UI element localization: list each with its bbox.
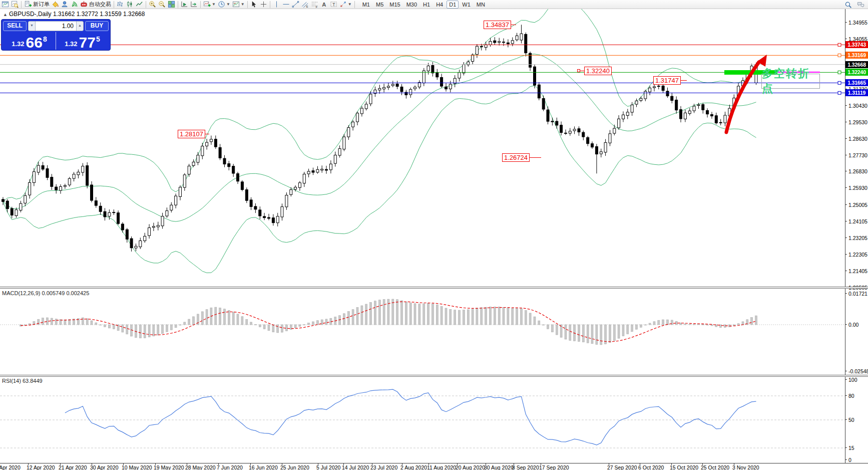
price-level-badge: 1.33169 <box>845 52 868 59</box>
text-label-button[interactable] <box>329 0 338 9</box>
volume-up-button[interactable]: ▲ <box>76 21 84 31</box>
chart-shift-icon <box>190 1 198 8</box>
timeframe-m30-button[interactable]: M30 <box>404 1 419 9</box>
community-icon <box>857 1 864 9</box>
macd-tick-label: 0.00 <box>846 322 858 328</box>
date-tick <box>402 463 402 465</box>
sell-button[interactable]: SELL <box>3 21 27 31</box>
date-label: 25 Jun 2020 <box>280 464 309 470</box>
buy-price[interactable]: 1.32 77 5 <box>56 32 109 50</box>
sell-price-pip: 8 <box>43 36 47 43</box>
price-tick-label: 1.25005 <box>846 202 867 208</box>
date-tick <box>28 463 29 465</box>
trendline-button[interactable] <box>291 0 300 9</box>
timeframe-m15-button[interactable]: M15 <box>387 1 402 9</box>
sell-price[interactable]: 1.32 66 8 <box>3 32 56 50</box>
buy-button[interactable]: BUY <box>85 21 109 31</box>
charts-window-button[interactable] <box>1 0 10 9</box>
chart-shift-button[interactable] <box>189 0 199 9</box>
price-tick-label: 1.23205 <box>846 235 867 241</box>
templates-button[interactable]: ▼ <box>231 0 246 9</box>
bar-chart-mode-button[interactable] <box>116 0 125 9</box>
date-label: 27 Sep 2020 <box>607 464 637 470</box>
panel-splitter-macd[interactable] <box>0 287 868 289</box>
styles-bucket-button[interactable] <box>51 0 60 9</box>
arrows-button[interactable]: ▼ <box>338 0 353 9</box>
toolbar-separator <box>247 1 248 8</box>
toolbar-separator <box>200 1 201 8</box>
cursor-button[interactable] <box>249 0 259 9</box>
price-tick-label: 1.26830 <box>846 168 867 174</box>
timeframe-m5-button[interactable]: M5 <box>373 1 386 9</box>
community-button[interactable] <box>856 1 865 9</box>
fibonacci-button[interactable] <box>310 0 319 9</box>
search-button[interactable] <box>843 1 853 9</box>
volume-input[interactable]: 1.00 <box>36 21 76 31</box>
timeframe-m1-button[interactable]: M1 <box>360 1 372 9</box>
auto-trading-button[interactable]: 自动交易 <box>79 0 112 9</box>
rsi-panel[interactable] <box>0 377 845 463</box>
sell-price-main: 66 <box>26 37 43 49</box>
line-chart-mode-button[interactable] <box>135 0 144 9</box>
text-button[interactable] <box>319 0 329 9</box>
date-label: 8 Sep 2020 <box>512 464 539 470</box>
timeframe-d1-button[interactable]: D1 <box>447 1 459 9</box>
price-tick-label: 1.30430 <box>846 103 867 109</box>
new-order-button[interactable]: 新订单 <box>23 0 51 9</box>
chevron-down-icon[interactable]: ▼ <box>226 2 230 7</box>
price-level-badge: 1.32240 <box>845 69 868 76</box>
templates-icon <box>232 1 240 8</box>
price-level-badge: 1.31665 <box>845 79 868 86</box>
equidistant-channel-button[interactable] <box>300 0 310 9</box>
horizontal-line-icon <box>282 1 290 8</box>
date-tick <box>318 463 318 465</box>
price-level-badge: 1.31119 <box>845 89 868 96</box>
periods-button[interactable]: ▼ <box>217 0 231 9</box>
timeframe-h4-button[interactable]: H4 <box>433 1 446 9</box>
timeframe-h1-button[interactable]: H1 <box>420 1 432 9</box>
buy-price-main: 77 <box>79 37 96 49</box>
charts-window-icon <box>2 1 9 8</box>
timeframe-mn-button[interactable]: MN <box>474 1 488 9</box>
date-tick <box>282 463 282 465</box>
line-chart-mode-icon <box>136 1 143 8</box>
styles-bucket-icon <box>52 1 59 8</box>
toolbar-separator <box>270 1 270 8</box>
time-axis-border <box>0 463 868 463</box>
profiles-icon <box>61 1 69 8</box>
vertical-line-button[interactable] <box>272 0 281 9</box>
volume-down-button[interactable]: ▼ <box>28 21 36 31</box>
horizontal-line-button[interactable] <box>281 0 291 9</box>
crosshair-button[interactable] <box>259 0 268 9</box>
timeframe-w1-button[interactable]: W1 <box>460 1 473 9</box>
zoom-in-icon <box>149 1 156 8</box>
date-label: 23 Jul 2020 <box>370 464 397 470</box>
toolbar-separator <box>114 1 114 8</box>
price-level-badge: 1.33743 <box>845 41 868 48</box>
price-tick-label: 1.22305 <box>846 252 867 258</box>
indicators-button[interactable]: ▼ <box>202 0 217 9</box>
auto-scroll-button[interactable] <box>180 0 189 9</box>
tile-windows-button[interactable] <box>167 0 176 9</box>
profiles-button[interactable] <box>60 0 70 9</box>
bar-chart-mode-icon <box>117 1 124 8</box>
preview-button[interactable] <box>10 0 20 9</box>
sell-price-prefix: 1.32 <box>12 40 24 49</box>
zoom-in-button[interactable] <box>148 0 157 9</box>
date-label: 30 Aug 2020 <box>484 464 514 470</box>
chevron-down-icon[interactable]: ▼ <box>348 2 352 7</box>
zoom-out-button[interactable] <box>157 0 167 9</box>
collapse-icon[interactable]: ▲ <box>3 12 8 17</box>
turning-point-label: 多空转折点 <box>761 74 820 89</box>
chevron-down-icon[interactable]: ▼ <box>241 2 245 7</box>
panel-splitter-rsi[interactable] <box>0 375 868 377</box>
date-tick <box>250 463 251 465</box>
date-label: 28 May 2020 <box>185 464 216 470</box>
price-chart[interactable] <box>0 9 845 288</box>
price-annotation: 1.28107 <box>178 130 205 138</box>
date-label: 16 Jun 2020 <box>249 464 278 470</box>
macd-panel[interactable] <box>0 289 845 375</box>
candle-chart-mode-button[interactable] <box>125 0 135 9</box>
signals-button[interactable] <box>70 0 79 9</box>
chevron-down-icon[interactable]: ▼ <box>212 2 216 7</box>
